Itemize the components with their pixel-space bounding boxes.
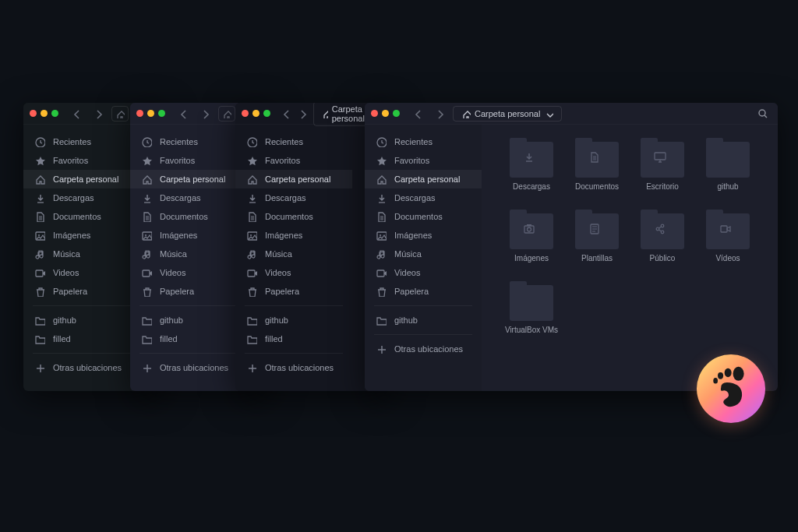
folder-item[interactable]: VirtualBox VMs bbox=[500, 285, 563, 352]
folder-item[interactable]: Vídeos bbox=[697, 213, 759, 280]
sidebar-item-trash[interactable]: Papelera bbox=[130, 282, 247, 301]
sidebar-bookmark[interactable]: filled bbox=[23, 329, 140, 348]
folder-icon bbox=[141, 315, 152, 326]
maximize-icon[interactable] bbox=[158, 110, 165, 117]
folder-item[interactable]: Descargas bbox=[500, 142, 563, 209]
minimize-icon[interactable] bbox=[382, 110, 389, 117]
sidebar-other-locations[interactable]: Otras ubicaciones bbox=[365, 340, 482, 358]
sidebar-item-music[interactable]: Música bbox=[130, 245, 247, 263]
maximize-icon[interactable] bbox=[393, 110, 400, 117]
sidebar-item-label: Descargas bbox=[394, 193, 436, 203]
back-button[interactable] bbox=[68, 106, 85, 122]
folder-item[interactable]: Plantillas bbox=[566, 213, 628, 280]
down-icon bbox=[246, 192, 257, 203]
sidebar-item-star[interactable]: Favoritos bbox=[235, 151, 352, 170]
folder-icon bbox=[141, 333, 152, 344]
sidebar-item-down[interactable]: Descargas bbox=[235, 188, 352, 207]
sidebar-item-video[interactable]: Videos bbox=[23, 263, 140, 282]
sidebar-item-label: Música bbox=[265, 249, 292, 259]
sidebar-item-star[interactable]: Favoritos bbox=[365, 151, 482, 170]
forward-button[interactable] bbox=[90, 106, 107, 122]
folder-grid: Descargas Documentos Escritorio github I… bbox=[482, 125, 778, 391]
sidebar-item-doc[interactable]: Documentos bbox=[365, 207, 482, 226]
forward-button[interactable] bbox=[196, 106, 214, 122]
home-path-icon[interactable] bbox=[111, 106, 129, 122]
forward-button[interactable] bbox=[431, 106, 448, 122]
folder-item[interactable]: github bbox=[697, 142, 759, 209]
sidebar-other-locations[interactable]: Otras ubicaciones bbox=[130, 358, 247, 377]
minimize-icon[interactable] bbox=[41, 110, 48, 117]
sidebar-item-doc[interactable]: Documentos bbox=[130, 207, 247, 226]
sidebar-item-image[interactable]: Imágenes bbox=[235, 226, 352, 245]
sidebar-item-clock[interactable]: Recientes bbox=[130, 132, 247, 151]
sidebar-item-home[interactable]: Carpeta personal bbox=[365, 170, 482, 188]
svg-point-15 bbox=[725, 368, 732, 378]
sidebar-item-image[interactable]: Imágenes bbox=[365, 226, 482, 245]
path-button[interactable]: Carpeta personal bbox=[453, 106, 562, 122]
minimize-icon[interactable] bbox=[252, 110, 260, 117]
sidebar-item-down[interactable]: Descargas bbox=[23, 188, 140, 207]
sidebar-item-clock[interactable]: Recientes bbox=[23, 132, 140, 151]
sidebar-item-music[interactable]: Música bbox=[23, 245, 140, 263]
sidebar-item-music[interactable]: Música bbox=[235, 245, 352, 263]
folder-item[interactable]: Escritorio bbox=[631, 142, 694, 209]
folder-item[interactable]: Público bbox=[631, 213, 694, 280]
sidebar-item-trash[interactable]: Papelera bbox=[235, 282, 352, 301]
sidebar-item-clock[interactable]: Recientes bbox=[235, 132, 352, 151]
sidebar-bookmark[interactable]: github bbox=[235, 311, 352, 329]
sidebar-item-label: Documentos bbox=[160, 212, 208, 221]
home-path-icon[interactable] bbox=[218, 106, 235, 122]
sidebar-item-label: Carpeta personal bbox=[160, 174, 225, 184]
folder-item[interactable]: Imágenes bbox=[500, 213, 563, 280]
window-controls bbox=[371, 110, 400, 117]
close-icon[interactable] bbox=[242, 110, 249, 117]
back-button[interactable] bbox=[409, 106, 426, 122]
sidebar-item-video[interactable]: Videos bbox=[130, 263, 247, 282]
sidebar-item-home[interactable]: Carpeta personal bbox=[235, 170, 352, 188]
sidebar-bookmark[interactable]: filled bbox=[235, 329, 352, 348]
star-icon bbox=[376, 155, 387, 166]
sidebar-other-locations[interactable]: Otras ubicaciones bbox=[23, 358, 140, 377]
sidebar-bookmark[interactable]: github bbox=[365, 311, 482, 329]
back-button[interactable] bbox=[280, 106, 291, 122]
sidebar-item-trash[interactable]: Papelera bbox=[365, 282, 482, 301]
svg-point-17 bbox=[713, 378, 718, 384]
minimize-icon[interactable] bbox=[147, 110, 154, 117]
sidebar-item-music[interactable]: Música bbox=[365, 245, 482, 263]
plus-icon bbox=[246, 362, 257, 373]
home-icon bbox=[322, 109, 328, 118]
maximize-icon[interactable] bbox=[263, 110, 270, 117]
sidebar-item-home[interactable]: Carpeta personal bbox=[23, 170, 140, 188]
sidebar-item-video[interactable]: Videos bbox=[235, 263, 352, 282]
sidebar-item-video[interactable]: Videos bbox=[365, 263, 482, 282]
sidebar-item-clock[interactable]: Recientes bbox=[365, 132, 482, 151]
sidebar-item-home[interactable]: Carpeta personal bbox=[130, 170, 247, 188]
sidebar-bookmark[interactable]: filled bbox=[130, 329, 247, 348]
sidebar-other-locations[interactable]: Otras ubicaciones bbox=[235, 358, 352, 377]
music-icon bbox=[34, 248, 45, 259]
sidebar-item-image[interactable]: Imágenes bbox=[130, 226, 247, 245]
close-icon[interactable] bbox=[371, 110, 378, 117]
sidebar-item-label: Favoritos bbox=[53, 156, 88, 165]
sidebar-item-trash[interactable]: Papelera bbox=[23, 282, 140, 301]
sidebar-item-image[interactable]: Imágenes bbox=[23, 226, 140, 245]
maximize-icon[interactable] bbox=[51, 110, 58, 117]
sidebar-item-doc[interactable]: Documentos bbox=[23, 207, 140, 226]
sidebar-item-doc[interactable]: Documentos bbox=[235, 207, 352, 226]
sidebar-bookmark[interactable]: github bbox=[130, 311, 247, 329]
folder-item[interactable]: Documentos bbox=[566, 142, 628, 209]
search-button[interactable] bbox=[754, 104, 772, 122]
sidebar-item-label: Recientes bbox=[53, 137, 91, 146]
sidebar-bookmark[interactable]: github bbox=[23, 311, 140, 329]
close-icon[interactable] bbox=[136, 110, 143, 117]
close-icon[interactable] bbox=[30, 110, 37, 117]
separator bbox=[139, 305, 238, 306]
sidebar-item-down[interactable]: Descargas bbox=[130, 188, 247, 207]
titlebar[interactable]: Carpeta personal bbox=[365, 103, 778, 125]
sidebar-item-star[interactable]: Favoritos bbox=[130, 151, 247, 170]
sidebar-item-star[interactable]: Favoritos bbox=[23, 151, 140, 170]
forward-button[interactable] bbox=[296, 106, 308, 122]
back-button[interactable] bbox=[175, 106, 192, 122]
sidebar-item-down[interactable]: Descargas bbox=[365, 188, 482, 207]
folder-icon bbox=[246, 315, 257, 326]
